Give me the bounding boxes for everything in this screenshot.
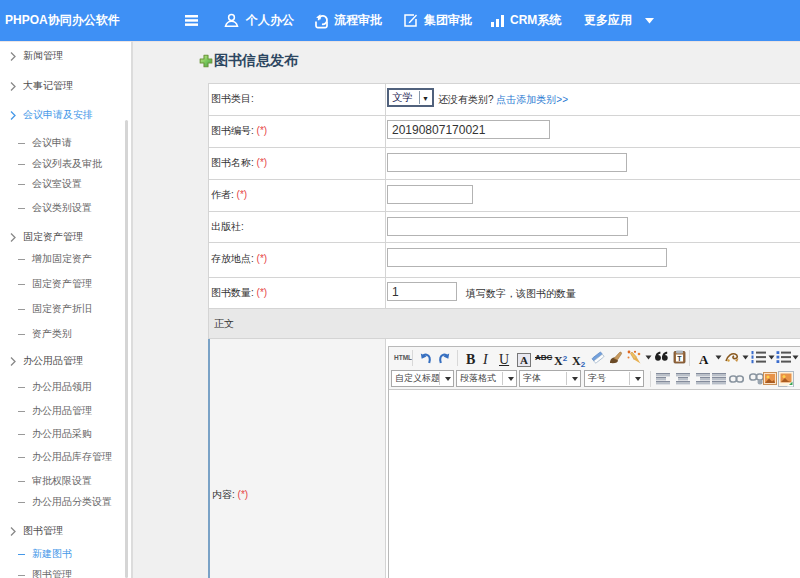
svg-text:T: T bbox=[677, 355, 682, 362]
